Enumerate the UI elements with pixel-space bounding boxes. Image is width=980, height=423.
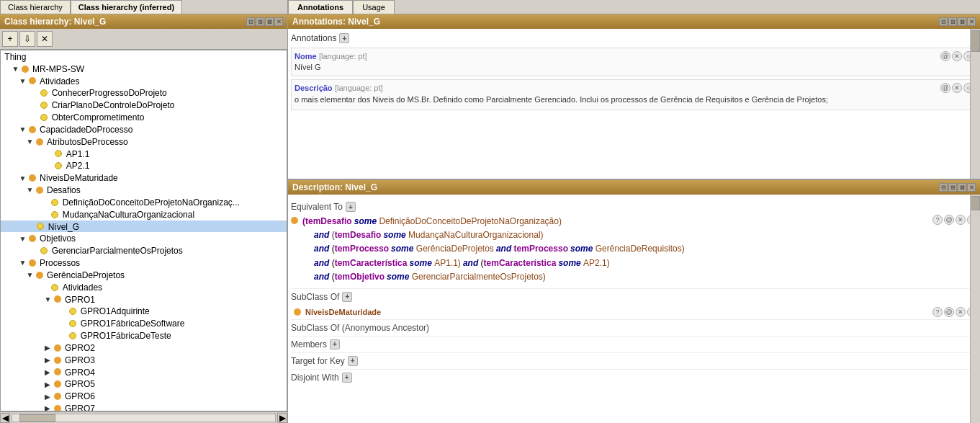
target-key-add-btn[interactable]: + [348, 356, 358, 366]
expand-icon-gpro4[interactable]: ▶ [44, 368, 51, 376]
tree-item-gpro1adq[interactable]: GPRO1Adquirinte [1, 305, 287, 317]
toolbar-delete-btn[interactable]: ✕ [37, 31, 53, 47]
ann-at-btn[interactable]: @ [940, 51, 950, 61]
scroll-thumb[interactable] [19, 414, 55, 422]
ann-scroll-thumb[interactable] [971, 30, 980, 52]
subclass-q-btn[interactable]: ? [932, 307, 943, 317]
left-icon-1[interactable]: ⊟ [246, 17, 255, 26]
tree-item-gerenciar[interactable]: GerenciarParcialmenteOsProjetos [1, 244, 287, 257]
disjoint-add-btn[interactable]: + [342, 373, 352, 383]
expand-icon[interactable]: ▼ [26, 138, 33, 146]
expand-icon-gpro3[interactable]: ▶ [44, 356, 51, 364]
subclass-x-btn[interactable]: ✕ [956, 307, 966, 317]
toolbar-add-btn[interactable]: + [2, 31, 18, 47]
tree-item-capacidade[interactable]: ▼ CapacidadeDoProcesso [1, 123, 287, 135]
desc-icon-3[interactable]: ⊠ [958, 183, 966, 192]
equiv-text-block: (temDesafio some DefiniçãoDoConceitoDePr… [302, 215, 930, 284]
expand-icon[interactable]: ▼ [44, 295, 51, 303]
desc-icon-4[interactable]: ✕ [967, 183, 976, 192]
tab-annotations[interactable]: Annotations [288, 0, 353, 14]
expand-icon[interactable]: ▼ [19, 259, 26, 267]
desc-scrollbar[interactable] [970, 195, 980, 423]
tree-item-definicao[interactable]: DefiniçãoDoConceitoDeProjetoNaOrganizaç.… [1, 196, 287, 208]
ann-icon-1[interactable]: ⊟ [939, 17, 948, 26]
circle-icon [29, 174, 36, 182]
annotations-add-btn[interactable]: + [339, 33, 349, 43]
scroll-right-btn[interactable]: ▶ [277, 413, 287, 423]
desc-icon-2[interactable]: ⊞ [948, 183, 957, 192]
tree-item-gpro1fab[interactable]: GPRO1FábricaDeSoftware [1, 317, 287, 329]
ann-at-btn2[interactable]: @ [940, 83, 950, 93]
annotation-item-nome: Nome [language: pt] @ ✕ ○ Nível G [291, 48, 977, 76]
tree-item-gpro3[interactable]: ▶ GPRO3 [1, 354, 287, 366]
desc-scroll-thumb[interactable] [971, 196, 980, 210]
equiv-q-btn[interactable]: ? [932, 215, 943, 225]
description-header-icons: ⊟ ⊞ ⊠ ✕ [939, 183, 976, 192]
expand-icon[interactable]: ▼ [19, 174, 26, 182]
tree-item-obter[interactable]: ObterComprometimento [1, 111, 287, 123]
ann-x-btn2[interactable]: ✕ [952, 83, 962, 93]
left-icon-2[interactable]: ⊞ [256, 17, 264, 26]
tree-item-gpro7[interactable]: ▶ GPRO7 [1, 402, 287, 411]
members-add-btn[interactable]: + [330, 339, 340, 349]
tree-item-gpro5[interactable]: ▶ GPRO5 [1, 378, 287, 390]
tab-class-hierarchy[interactable]: Class hierarchy [0, 0, 71, 14]
equiv-prop-1: (temDesafio [302, 216, 352, 226]
tree-item-ap21[interactable]: AP2.1 [1, 159, 287, 172]
tree-item-gpro1[interactable]: ▼ GPRO1 [1, 293, 287, 306]
tree-item-atividades2[interactable]: Atividades [1, 281, 287, 293]
ann-scrollbar[interactable] [970, 29, 980, 179]
equiv-add-btn[interactable]: + [346, 202, 356, 212]
circle-icon [40, 114, 48, 121]
tree-item-niveis[interactable]: ▼ NíveisDeMaturidade [1, 172, 287, 184]
ann-icon-4[interactable]: ✕ [967, 17, 976, 26]
tree-item-ap11[interactable]: AP1.1 [1, 148, 287, 160]
expand-icon-gpro5[interactable]: ▶ [44, 380, 51, 388]
ann-icon-3[interactable]: ⊠ [958, 17, 966, 26]
left-scrollbar-horizontal[interactable]: ◀ ▶ [0, 411, 287, 423]
tree-item-nivel-g[interactable]: Nível_G [1, 221, 287, 233]
subclass-at-btn[interactable]: @ [944, 307, 954, 317]
tree-item-gpro1test[interactable]: GPRO1FábricaDeTeste [1, 329, 287, 342]
tree-item-mr-mps-sw[interactable]: ▼ MR-MPS-SW [1, 63, 287, 75]
tree-item-conhecer[interactable]: ConhecerProgressoDoProjeto [1, 86, 287, 99]
scroll-track[interactable] [12, 414, 276, 422]
tree-item-thing[interactable]: Thing [1, 50, 287, 63]
tree-item-atributos[interactable]: ▼ AtributosDeProcesso [1, 135, 287, 148]
equiv-some-5: some [409, 258, 434, 268]
tab-class-hierarchy-inferred[interactable]: Class hierarchy (inferred) [71, 0, 182, 14]
expand-icon[interactable]: ▼ [12, 65, 19, 73]
expand-icon[interactable]: ▼ [26, 186, 33, 194]
expand-icon-gpro6[interactable]: ▶ [44, 393, 51, 401]
tree-item-gpro2[interactable]: ▶ GPRO2 [1, 342, 287, 354]
tree-item-criar[interactable]: CriarPlanoDeControleDoProjeto [1, 99, 287, 111]
tab-usage[interactable]: Usage [353, 0, 395, 14]
tree-item-gpro6[interactable]: ▶ GPRO6 [1, 390, 287, 402]
subclass-add-btn[interactable]: + [342, 292, 352, 302]
left-icon-4[interactable]: ✕ [274, 17, 283, 26]
ann-icon-2[interactable]: ⊞ [948, 17, 957, 26]
tree-item-processos[interactable]: ▼ Processos [1, 257, 287, 269]
tree-item-atividades[interactable]: ▼ Atividades [1, 75, 287, 87]
expand-icon[interactable]: ▼ [19, 235, 26, 243]
tree-item-gpro4[interactable]: ▶ GPRO4 [1, 366, 287, 378]
equiv-x-btn[interactable]: ✕ [956, 215, 966, 225]
tree-label: CriarPlanoDeControleDoProjeto [52, 100, 175, 110]
circle-icon [36, 272, 43, 279]
expand-icon[interactable]: ▼ [19, 125, 26, 133]
desc-icon-1[interactable]: ⊟ [939, 183, 948, 192]
toolbar-down-btn[interactable]: ⇩ [19, 31, 35, 47]
scroll-left-btn[interactable]: ◀ [0, 413, 10, 423]
tree-item-desafios[interactable]: ▼ Desafios [1, 184, 287, 196]
ann-x-btn[interactable]: ✕ [952, 51, 962, 61]
expand-icon[interactable]: ▼ [26, 271, 33, 279]
class-tree[interactable]: Thing ▼ MR-MPS-SW ▼ Atividades ConhecerP… [0, 50, 287, 411]
left-icon-3[interactable]: ⊠ [265, 17, 274, 26]
expand-icon[interactable]: ▼ [19, 77, 26, 85]
equiv-at-btn[interactable]: @ [944, 215, 954, 225]
tree-item-objetivos[interactable]: ▼ Objetivos [1, 232, 287, 244]
expand-icon-gpro2[interactable]: ▶ [44, 344, 51, 352]
expand-icon-gpro7[interactable]: ▶ [44, 404, 51, 411]
tree-item-gerencia-proj[interactable]: ▼ GerênciaDeProjetos [1, 269, 287, 281]
tree-item-mudanca[interactable]: MudançaNaCulturaOrganizacional [1, 208, 287, 221]
